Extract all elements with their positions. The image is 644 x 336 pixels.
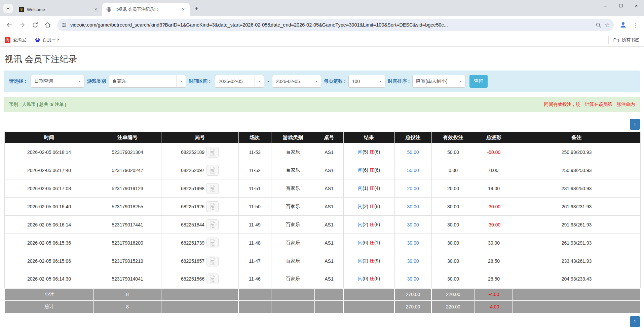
tab-close-icon[interactable]: × [180, 6, 186, 12]
page-content: 视讯 会员下注纪录 请选择： 日期查询 ▼ 游戏类别 百家乐 ▼ 时间区间： 2… [0, 53, 644, 327]
site-info-icon[interactable] [61, 22, 67, 28]
cell-payout: 30.00 [475, 234, 513, 252]
tab-welcome[interactable]: ♛ Welcome × [15, 3, 102, 16]
total-total-bet: 270.00 [394, 301, 431, 313]
select-label: 请选择： [9, 78, 28, 84]
valid-bet-notice-text: 同局有效投注，统一计算在该局第一张注单内 [544, 101, 635, 108]
caret-down-icon: ▼ [255, 75, 264, 87]
round-id-text: 682251657 [181, 258, 204, 264]
cell-total-bet[interactable]: 30.00 [394, 270, 431, 288]
cell-total-bet[interactable]: 20.00 [394, 179, 431, 198]
date-range-label: 时间区间： [189, 78, 212, 84]
video-replay-button[interactable] [206, 238, 219, 248]
video-record-icon [209, 148, 216, 156]
sort-value: 降幂(由大到小) [413, 75, 456, 87]
bookmark-baidu[interactable]: 百度一下 [35, 37, 60, 43]
cell-valid-bet: 30.00 [431, 234, 475, 252]
page-number-button[interactable]: 1 [630, 316, 640, 327]
subtotal-total-bet: 270.00 [394, 288, 431, 301]
cell-total-bet[interactable]: 30.00 [394, 216, 431, 234]
bookmarks-bar: 淘 爱淘宝 百度一下 所有书签 [0, 34, 644, 47]
cell-remark: 261.93/231.93 [513, 198, 640, 216]
all-bookmarks-button[interactable]: 所有书签 [608, 36, 639, 44]
url-text[interactable]: videoie.com/game/betrecord_search/kind3?… [70, 22, 592, 28]
forward-button[interactable] [17, 19, 28, 30]
query-type-select[interactable]: 日期查询 ▼ [31, 75, 84, 88]
player-result: 闲 [358, 149, 363, 155]
date-end-select[interactable]: 2026-02-05 ▼ [272, 75, 321, 88]
browser-tab-strip: ♛ Welcome × :::视讯 会员下注纪录::: × + – × [0, 0, 644, 16]
reload-button[interactable] [30, 19, 40, 30]
subtotal-row: 小计 8 270.00 220.00 -4.00 [4, 288, 640, 301]
total-label: 总计 [4, 301, 94, 313]
video-replay-button[interactable] [206, 165, 219, 176]
player-result: 闲 [358, 258, 363, 263]
cell-total-bet[interactable]: 30.00 [394, 252, 431, 270]
cell-total-bet[interactable]: 30.00 [394, 198, 431, 216]
cell-valid-bet: 30.00 [431, 216, 475, 234]
date-start-select[interactable]: 2026-02-05 ▼ [215, 75, 264, 88]
player-result: 闲 [358, 276, 363, 281]
cell-game: 百家乐 [271, 179, 315, 198]
minimize-button[interactable]: – [598, 0, 613, 11]
back-button[interactable] [4, 19, 15, 30]
cell-total-bet[interactable]: 30.00 [394, 234, 431, 252]
col-header-table: 桌号 [315, 132, 343, 143]
cell-remark: 261.93/291.93 [513, 234, 640, 252]
video-replay-button[interactable] [206, 201, 219, 212]
bookmark-star-icon[interactable]: ☆ [605, 22, 610, 29]
page-number-button[interactable]: 1 [630, 119, 640, 130]
tab-close-icon[interactable]: × [93, 6, 99, 12]
round-id-text: 682251739 [181, 240, 204, 246]
video-record-icon [209, 203, 216, 211]
tab-search-button[interactable] [3, 4, 13, 13]
cell-valid-bet: 50.00 [431, 143, 475, 161]
video-record-icon [209, 184, 216, 193]
cell-remark: 250.93/250.93 [513, 161, 640, 179]
cell-total-bet[interactable]: 50.00 [394, 143, 431, 161]
banker-result: 庄 [370, 222, 374, 227]
tab-bet-record[interactable]: :::视讯 会员下注纪录::: × [102, 3, 190, 16]
globe-icon [106, 7, 112, 12]
new-tab-button[interactable]: + [192, 4, 201, 13]
cell-time: 2026-02-05 06:16:14 [4, 216, 94, 234]
browser-menu-icon[interactable]: ⋮ [631, 22, 640, 29]
table-row: 2026-02-05 06:15:36 523179016200 6822517… [4, 234, 640, 252]
sort-label: 时间排序 : [388, 78, 410, 84]
bookmark-label: 爱淘宝 [13, 37, 26, 43]
video-record-icon [209, 221, 216, 229]
cell-result: 闲(2) 庄(8) [343, 198, 394, 216]
home-button[interactable] [42, 19, 53, 30]
col-header-round-id: 局号 [161, 132, 238, 143]
game-category-select[interactable]: 百家乐 ▼ [109, 75, 186, 88]
bookmark-taobao[interactable]: 淘 爱淘宝 [5, 37, 26, 43]
video-replay-button[interactable] [206, 274, 219, 284]
cell-payout: 28.50 [475, 252, 513, 270]
video-record-icon [209, 239, 216, 247]
player-result: 闲 [358, 185, 363, 191]
cell-valid-bet: 30.00 [431, 270, 475, 288]
video-replay-button[interactable] [206, 183, 219, 194]
chevron-down-icon [6, 6, 10, 11]
profile-avatar[interactable] [618, 19, 629, 30]
maximize-button[interactable] [613, 0, 629, 11]
caret-down-icon: ▼ [456, 75, 465, 87]
round-id-text: 682251844 [181, 222, 204, 227]
cell-total-bet[interactable]: 50.00 [394, 161, 431, 179]
video-replay-button[interactable] [206, 256, 219, 266]
banker-result: 庄 [370, 258, 374, 263]
per-page-select[interactable]: 100 ▼ [348, 75, 385, 88]
search-button[interactable]: 查询 [469, 75, 488, 88]
sort-select[interactable]: 降幂(由大到小) ▼ [412, 75, 465, 88]
close-window-button[interactable]: × [629, 0, 644, 11]
zoom-icon[interactable] [596, 22, 601, 28]
cell-bet-id: 523179015219 [94, 252, 161, 270]
cell-time: 2026-02-05 06:16:40 [4, 198, 94, 216]
url-bar[interactable]: videoie.com/game/betrecord_search/kind3?… [57, 19, 614, 31]
subtotal-label: 小计 [4, 288, 94, 301]
home-icon [44, 22, 51, 28]
cell-payout: 0.00 [475, 161, 513, 179]
video-replay-button[interactable] [206, 219, 219, 230]
video-replay-button[interactable] [206, 147, 219, 158]
cell-round-id: 682251844 [161, 216, 238, 234]
